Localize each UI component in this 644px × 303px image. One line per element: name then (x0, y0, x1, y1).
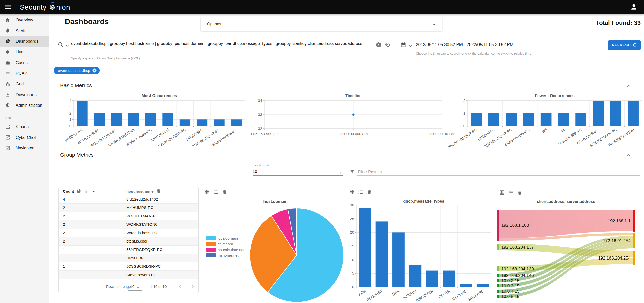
sidebar-item-label: Alerts (16, 28, 26, 33)
sidebar-item-navigator[interactable]: Navigator (0, 143, 49, 153)
sankey-node-10.0.2.15[interactable] (497, 279, 499, 282)
svg-text:25: 25 (350, 217, 354, 221)
sidebar-item-dashboards[interactable]: Dashboards (0, 36, 49, 47)
table-row[interactable]: 2ROCKETMAN-PC (59, 212, 198, 220)
svg-text:2: 2 (463, 98, 465, 103)
chip-close-icon[interactable] (92, 68, 97, 73)
svg-text:NAK: NAK (391, 289, 400, 296)
bell-icon (5, 28, 11, 33)
legend-label[interactable]: localdomain (218, 236, 238, 240)
search-icon (57, 41, 64, 49)
fetch-limit-dropdown-icon[interactable] (339, 171, 343, 176)
sidebar-item-label: Grid (16, 82, 24, 86)
hamburger-menu-icon[interactable] (5, 5, 11, 10)
sidebar-item-kibana[interactable]: Kibana (0, 121, 49, 132)
sidebar-item-downloads[interactable]: Downloads (0, 89, 49, 100)
query-target-icon[interactable] (385, 42, 391, 49)
crosshair-icon (5, 49, 11, 55)
query-input[interactable]: event.dataset:dhcp | groupby host.hostna… (71, 40, 378, 47)
sankey-node-192.168.1.103[interactable] (497, 210, 499, 241)
table-footer: Rows per page: 10 1-10 of 10 (59, 279, 198, 295)
timespan-chevron-icon[interactable] (408, 43, 413, 49)
delete-panel-icon[interactable] (367, 189, 372, 195)
table-row[interactable]: 2MYHUMPS-PC (59, 204, 198, 212)
sankey-node-172.16.91.254[interactable] (633, 233, 635, 248)
sidebar-item-hunt[interactable]: Hunt (0, 47, 49, 57)
calendar-icon[interactable] (400, 41, 406, 49)
table-body: 48fd12edd2dc14622MYHUMPS-PC2ROCKETMAN-PC… (59, 195, 198, 279)
legend-label[interactable]: mshome.net (218, 253, 239, 257)
table-row[interactable]: 1HP900BFC (59, 254, 198, 262)
legend-label[interactable]: no-calculate.net (218, 248, 245, 252)
rows-per-page-dropdown-icon[interactable] (136, 286, 140, 291)
count-column-header[interactable]: Count (63, 189, 74, 193)
legend-swatch[interactable] (206, 242, 216, 246)
sort-descending-icon[interactable] (92, 190, 96, 194)
filter-results-input[interactable]: Filter Results (358, 170, 382, 174)
list-view-icon[interactable] (358, 189, 364, 195)
timespan-input[interactable]: 2012/05/11 05:30:52 PM - 2022/05/11 05:3… (416, 42, 514, 47)
legend-swatch[interactable] (206, 253, 216, 257)
sidebar-item-alerts[interactable]: Alerts (0, 25, 49, 36)
query-history-chevron-icon[interactable] (65, 43, 70, 49)
row-count: 4 (63, 197, 65, 202)
sankey-node-10.0.4.15[interactable] (497, 290, 499, 293)
next-page-icon[interactable] (189, 283, 196, 291)
sankey-node-label: 192.168.204.139 (501, 267, 534, 271)
delete-panel-icon[interactable] (222, 189, 227, 195)
table-view-icon[interactable] (349, 189, 355, 195)
sankey-node-192.168.1.1[interactable] (633, 210, 635, 232)
fetch-limit-select[interactable]: 10 (253, 169, 257, 174)
list-view-icon[interactable] (213, 189, 219, 195)
sankey-node-label: 10.0.5.15 (501, 294, 519, 299)
remove-column-trash-icon[interactable] (156, 188, 161, 195)
clear-query-icon[interactable] (376, 42, 382, 49)
bar-toggle-icon[interactable] (83, 189, 88, 195)
svg-text:host.domain: host.domain (263, 199, 287, 204)
table-row[interactable]: 1JC3GB6JRD3R-PC (59, 262, 198, 271)
sankey-node-192.168.204.137[interactable] (497, 244, 499, 250)
table-view-icon[interactable] (499, 190, 505, 195)
options-label: Options (207, 22, 221, 26)
table-row[interactable]: 1StevePowers-PC (59, 271, 198, 279)
table-row[interactable]: 2Wade-is-boss-PC (59, 229, 198, 237)
table-row[interactable]: 48fd12edd2dc1462 (59, 195, 198, 204)
legend-swatch[interactable] (206, 248, 216, 252)
sidebar-item-cases[interactable]: Cases (0, 57, 49, 68)
sidebar-item-cyberchef[interactable]: CyberChef (0, 132, 49, 143)
delete-panel-icon[interactable] (517, 190, 522, 195)
group-metrics-collapse-icon[interactable] (625, 152, 632, 159)
table-row[interactable]: 2WORKSTATION6 (59, 220, 198, 229)
sankey-node-192.168.204.254[interactable] (633, 251, 635, 265)
sidebar-item-pcap[interactable]: PCAP (0, 68, 49, 79)
sankey-node-10.0.3.15[interactable] (497, 284, 499, 287)
legend-swatch[interactable] (206, 236, 216, 240)
sankey-node-192.168.204.139[interactable] (497, 266, 499, 271)
sidebar-item-label: Kibana (16, 124, 29, 129)
previous-page-icon[interactable] (177, 283, 184, 291)
user-account-icon[interactable] (629, 3, 638, 13)
svg-text:12:00:00.000 am: 12:00:00.000 am (339, 132, 368, 136)
svg-text:0: 0 (352, 285, 354, 289)
refresh-button[interactable]: REFRESH (608, 40, 641, 50)
chevron-down-icon (431, 22, 437, 28)
table-row[interactable]: 138NTRGDFQKR-PC (59, 246, 198, 254)
sankey-node-10.0.5.15[interactable] (497, 295, 499, 298)
hostname-column-header[interactable]: host.hostname (126, 189, 154, 193)
list-view-icon[interactable] (508, 190, 514, 195)
filter-chip[interactable]: event.dataset:dhcp (54, 67, 100, 74)
sidebar-item-grid[interactable]: Grid (0, 79, 49, 89)
table-view-icon[interactable] (204, 189, 210, 195)
pie-toggle-icon[interactable] (76, 189, 81, 195)
row-count: 1 (63, 272, 65, 277)
sankey-node-192.168.204.146[interactable] (497, 274, 499, 277)
sidebar-item-overview[interactable]: Overview (0, 14, 49, 25)
row-count: 1 (63, 247, 65, 252)
legend-label[interactable]: cfl.rr.com (218, 242, 233, 246)
basic-metrics-collapse-icon[interactable] (625, 83, 632, 90)
most-occurrences-chart: Most Occurrences012348fd12edd2dc1462MYHU… (65, 94, 247, 146)
rows-per-page-select[interactable]: 10 (130, 285, 134, 289)
table-row[interactable]: 2btest.is.cool (59, 237, 198, 246)
options-panel[interactable]: Options (201, 17, 442, 31)
sidebar-item-administration[interactable]: Administration (0, 100, 49, 111)
